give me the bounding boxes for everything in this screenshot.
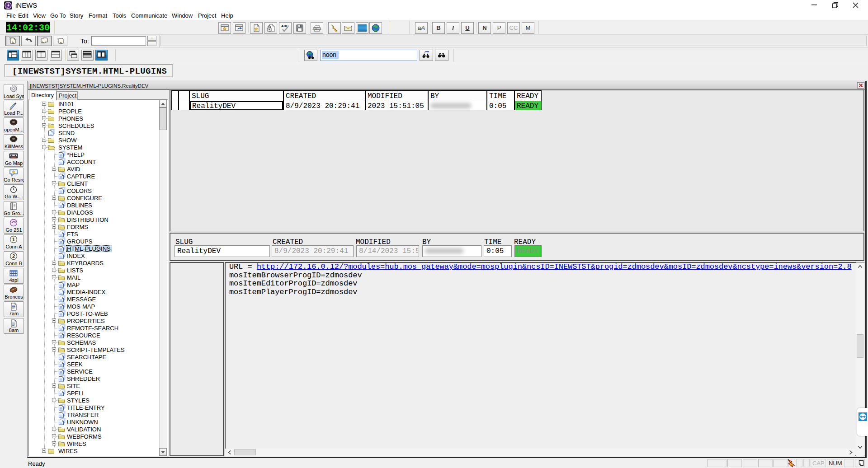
svg-text:2: 2: [12, 253, 15, 259]
svg-text:1: 1: [12, 237, 15, 242]
